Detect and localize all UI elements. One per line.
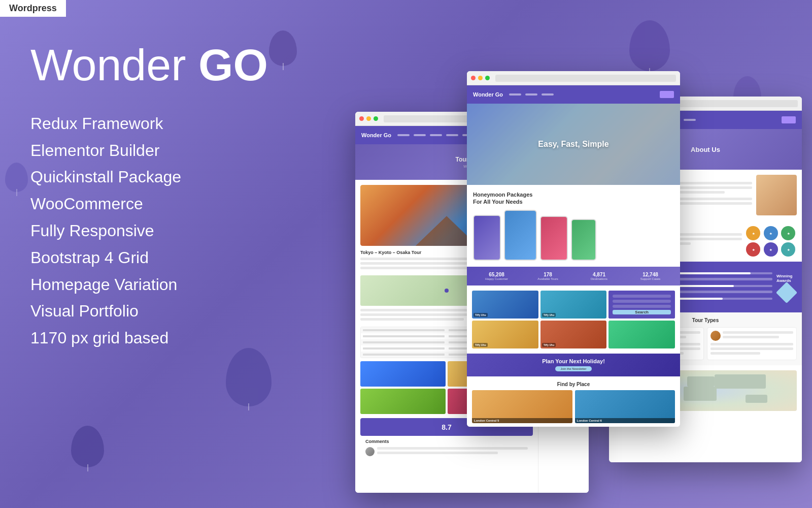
dest-item: Tiffy Uhu (472, 291, 538, 319)
comments-title: Comments (365, 439, 528, 444)
test-avatar (710, 331, 721, 341)
feature-item: Fully Responsive (30, 217, 284, 244)
text-line (723, 331, 793, 334)
search-input[interactable] (613, 305, 671, 308)
comments-section: Comments (360, 439, 533, 463)
comment-lines (377, 447, 528, 456)
wordpress-badge: Wordpress (0, 0, 66, 17)
feature-item: 1170 px grid based (30, 325, 284, 352)
testimonial-card (707, 327, 797, 360)
screenshots-area: Wonder Go Tour Single Wonder All (355, 30, 812, 498)
gallery-img (360, 389, 446, 414)
nav-button[interactable] (660, 91, 674, 98)
continent-au (746, 395, 767, 403)
browser-bar-center (467, 71, 680, 85)
comment-row (365, 447, 528, 456)
honeymoon-section: Honeymoon PackagesFor All Your Needs (467, 185, 680, 267)
dest-label: Tiffy Uhu (542, 343, 556, 347)
center-hero: Easy, Fast, Simple (467, 104, 680, 185)
browser-dot-green (485, 76, 490, 80)
feature-item: Visual Portfolio (30, 298, 284, 325)
sc-nav-center: Wonder Go (467, 85, 680, 104)
honeymoon-title: Honeymoon PackagesFor All Your Needs (473, 191, 674, 206)
phone-mockups (473, 210, 674, 261)
stat-label: Available Tours (523, 277, 572, 280)
text-line (710, 352, 760, 355)
badge-blue: ★ (764, 226, 778, 240)
nav-link[interactable] (397, 134, 410, 136)
text-line (710, 347, 793, 350)
phone-mockup (504, 210, 537, 261)
nav-link[interactable] (509, 93, 521, 96)
gallery-img (360, 361, 446, 387)
dest-item: Search (608, 291, 675, 319)
search-input[interactable] (613, 300, 671, 303)
test-name (723, 331, 793, 340)
phone-mockup (571, 219, 596, 261)
sc-content-center: Wonder Go Easy, Fast, Simple Honeymoon P… (467, 85, 680, 427)
place-label: London Central 6 (575, 418, 675, 423)
search-form: Search (608, 291, 675, 319)
search-input[interactable] (613, 295, 671, 298)
badge-teal: ★ (781, 242, 795, 257)
stat-item: 65,208 Happy Customer (472, 272, 521, 280)
price-cell (363, 341, 445, 343)
place-label: London Central 5 (472, 418, 572, 423)
feature-item: Homepage Variation (30, 271, 284, 298)
browser-dot-yellow (366, 116, 371, 121)
browser-dot-red (471, 76, 476, 80)
sc-logo: Wonder Go (361, 132, 391, 138)
nav-link[interactable] (446, 134, 458, 136)
browser-dot-yellow (478, 76, 483, 80)
left-panel: Wonder GO Redux Framework Elementor Buil… (30, 41, 284, 352)
text-line (377, 452, 498, 454)
price-cell (363, 335, 445, 337)
awards-badges: ★ ★ ★ ★ ★ ★ (746, 226, 797, 257)
badge-red: ★ (746, 242, 760, 257)
dest-label: Tiffy Uhu (542, 313, 556, 317)
feature-item: WooCommerce (30, 190, 284, 217)
title-bold: GO (198, 40, 268, 90)
nav-link[interactable] (542, 93, 554, 96)
dest-label: Tiffy Uhu (473, 343, 488, 347)
price-cell (363, 354, 445, 356)
continent-eu (687, 376, 715, 387)
browser-url (495, 75, 676, 82)
price-cell (363, 329, 445, 331)
comment-avatar (365, 447, 375, 456)
screenshot-center: Wonder Go Easy, Fast, Simple Honeymoon P… (467, 71, 680, 427)
nav-link[interactable] (414, 134, 426, 136)
stats-grid: 65,208 Happy Customer 178 Available Tour… (472, 272, 675, 280)
nav-link[interactable] (684, 119, 696, 121)
page-content: Wonder GO Redux Framework Elementor Buil… (0, 0, 812, 508)
dest-item: Tiffy Uhu (472, 321, 538, 348)
holiday-button[interactable]: Join the Newsletter (555, 366, 591, 371)
title-light: Wonder (30, 40, 198, 90)
stat-label: Support Cases (626, 277, 675, 280)
winning-label: Winning Awards (776, 274, 797, 283)
stat-item: 12,748 Support Cases (626, 272, 675, 280)
wordpress-label: Wordpress (9, 3, 57, 13)
holiday-banner: Plan Your Next Holiday! Join the Newslet… (467, 354, 680, 376)
browser-dot-red (359, 116, 364, 121)
test-header (710, 331, 793, 341)
phone-mockup (540, 216, 568, 261)
features-list: Redux Framework Elementor Builder Quicki… (30, 110, 284, 352)
continent-af (684, 387, 717, 401)
dest-item: Tiffy Uhu (540, 321, 607, 348)
sc-nav-links (397, 134, 475, 136)
hero-text: Easy, Fast, Simple (538, 140, 608, 149)
nav-link[interactable] (525, 93, 537, 96)
badge-gold: ★ (746, 226, 760, 240)
search-button[interactable]: Search (613, 310, 671, 314)
stat-num: 4,871 (574, 272, 624, 277)
place-grid: London Central 5 London Central 6 (472, 390, 675, 423)
nav-link[interactable] (430, 134, 442, 136)
destinations-section: Tiffy Uhu Tiffy Uhu Search Tiffy Uhu (467, 285, 680, 354)
feature-item: Quickinstall Package (30, 164, 284, 190)
about-title: About Us (691, 146, 720, 153)
find-by-place: Find by Place London Central 5 London Ce… (467, 376, 680, 427)
nav-button[interactable] (782, 116, 796, 123)
stat-item: 4,871 Destinations (574, 272, 624, 280)
dest-item: Tiffy Uhu (540, 291, 607, 319)
